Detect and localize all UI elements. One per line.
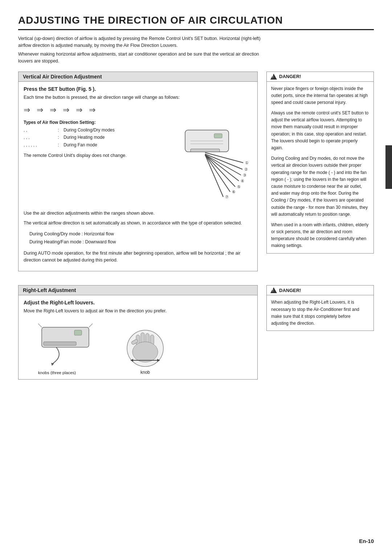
- louver-lines: ① ② ③ ④ ⑤ ⑥: [205, 153, 249, 199]
- louver-ac-svg: [38, 320, 111, 367]
- right-left-layout: Right-Left Adjustment Adjust the Right-L…: [18, 285, 374, 386]
- types-dots-1: , ,: [24, 126, 56, 134]
- intro-para-1: Vertical (up-down) direction of airflow …: [18, 35, 261, 49]
- svg-line-23: [89, 324, 93, 327]
- hand-knob-svg: [125, 328, 165, 368]
- remote-note: The remote Control Unit's display does n…: [24, 152, 174, 159]
- svg-text:④: ④: [241, 179, 244, 183]
- danger-content-2: When adjusting the Right-Left Louvers, i…: [267, 295, 373, 331]
- svg-line-22: [38, 324, 42, 327]
- rl-left-col: Right-Left Adjustment Adjust the Right-L…: [18, 285, 258, 386]
- danger-header-1: DANGER!: [267, 72, 373, 82]
- types-text-block: , , : During Cooling/Dry modes , , , : D…: [24, 126, 174, 162]
- ac-unit-diagram: ① ② ③ ④ ⑤ ⑥: [180, 126, 252, 206]
- types-diagram-area: , , : During Cooling/Dry modes , , , : D…: [24, 126, 252, 206]
- danger-header-2: DANGER!: [267, 285, 373, 295]
- arrow-6: ⇒: [89, 105, 95, 115]
- page-title: ADJUSTING THE DIRECTION OF AIR CIRCULATI…: [18, 15, 374, 30]
- arrow-icons-row: ⇒ ⇒ ⇒ ⇒ ⇒ ⇒: [24, 105, 252, 115]
- press-set-button-title: Press the SET button (Fig. 5 ).: [24, 86, 252, 92]
- danger-content-1: Never place fingers or foreign objects i…: [267, 82, 373, 253]
- svg-line-17: [205, 155, 223, 197]
- svg-text:②: ②: [244, 167, 248, 171]
- danger-block-1-2: During Cooling and Dry modes, do not mov…: [271, 155, 369, 218]
- types-row-2: , , , : During Heating mode: [24, 134, 174, 141]
- auto-note: During AUTO mode operation, for the firs…: [24, 250, 252, 264]
- svg-line-9: [205, 155, 241, 175]
- hand-knob-view: knob: [125, 328, 165, 375]
- danger-box-1: DANGER! Never place fingers or foreign o…: [266, 72, 374, 254]
- danger-label-2: DANGER!: [279, 288, 301, 293]
- direction-heating: During Heating/Fan mode : Downward flow: [29, 238, 252, 246]
- rl-subsection-title: Adjust the Right-Left louvers.: [24, 300, 252, 305]
- svg-line-11: [205, 155, 239, 181]
- direction-note: Use the air direction adjustments within…: [24, 210, 252, 217]
- types-table: , , : During Cooling/Dry modes , , , : D…: [24, 126, 174, 149]
- danger-block-1-1: Always use the remote control unit's SET…: [271, 110, 369, 151]
- svg-point-31: [132, 342, 158, 362]
- arrow-2: ⇒: [37, 105, 43, 115]
- svg-rect-4: [214, 134, 222, 138]
- svg-text:⑤: ⑤: [237, 185, 241, 189]
- types-label: Types of Air flow Direction Setting:: [24, 120, 252, 125]
- danger-block-1-0: Never place fingers or foreign objects i…: [271, 85, 369, 106]
- svg-line-15: [205, 155, 230, 192]
- ac-side-view: knobs (three places): [38, 320, 111, 375]
- types-row-3: , , , , , , : During Fan mode: [24, 141, 174, 149]
- page-number: En-10: [359, 538, 374, 544]
- svg-text:⑦: ⑦: [225, 195, 229, 199]
- direction-cooling: During Cooling/Dry mode : Horizontal flo…: [29, 230, 252, 238]
- direction-list: During Cooling/Dry mode : Horizontal flo…: [29, 230, 252, 246]
- sidebar-bar: [385, 145, 392, 189]
- svg-text:①: ①: [245, 161, 249, 165]
- intro-para-2: Whenever making horizontal airflow adjus…: [18, 51, 261, 65]
- rl-section-box: Right-Left Adjustment Adjust the Right-L…: [18, 285, 258, 379]
- types-row-1: , , : During Cooling/Dry modes: [24, 126, 174, 134]
- rl-section-content: Adjust the Right-Left louvers. Move the …: [19, 295, 257, 379]
- danger-block-1-3: When used in a room with infants, childr…: [271, 222, 369, 250]
- danger-block-2-0: When adjusting the Right-Left Louvers, i…: [271, 299, 369, 327]
- types-desc-3: During Fan mode: [64, 141, 97, 149]
- danger-label-1: DANGER!: [279, 74, 301, 79]
- ac-svg: ① ② ③ ④ ⑤ ⑥: [181, 126, 250, 206]
- vertical-note: The vertical airflow direction is set au…: [24, 220, 252, 227]
- vertical-section-box: Vertical Air Direction Adjustment Press …: [18, 72, 258, 272]
- intro-block: Vertical (up-down) direction of airflow …: [18, 35, 261, 65]
- types-dots-2: , , ,: [24, 134, 56, 141]
- vertical-section-content: Press the SET button (Fig. 5 ). Each tim…: [19, 82, 257, 271]
- louver-knobs-label: knobs (three places): [38, 370, 111, 375]
- arrow-3: ⇒: [50, 105, 56, 115]
- svg-rect-3: [191, 149, 220, 152]
- svg-rect-21: [74, 330, 82, 335]
- press-set-body: Each time the button is pressed, the air…: [24, 94, 252, 101]
- types-desc-2: During Heating mode: [64, 134, 105, 141]
- danger-box-2: DANGER! When adjusting the Right-Left Lo…: [266, 285, 374, 331]
- rl-right-col: DANGER! When adjusting the Right-Left Lo…: [266, 285, 374, 337]
- louver-diagram: knobs (three places): [24, 320, 252, 375]
- knob-label: knob: [140, 370, 150, 375]
- right-column: DANGER! Never place fingers or foreign o…: [266, 72, 374, 260]
- arrow-4: ⇒: [63, 105, 69, 115]
- svg-text:⑥: ⑥: [232, 190, 236, 194]
- danger-triangle-1: [270, 74, 277, 80]
- rl-section-header: Right-Left Adjustment: [19, 285, 257, 295]
- arrow-5: ⇒: [76, 105, 82, 115]
- main-layout: Vertical Air Direction Adjustment Press …: [18, 72, 374, 278]
- svg-text:③: ③: [243, 173, 246, 177]
- arrow-1: ⇒: [24, 105, 30, 115]
- left-column: Vertical Air Direction Adjustment Press …: [18, 72, 258, 278]
- vertical-section-header: Vertical Air Direction Adjustment: [19, 72, 257, 82]
- rl-body: Move the Right-Left louvers to adjust ai…: [24, 308, 252, 315]
- types-dots-3: , , , , , ,: [24, 141, 56, 149]
- types-desc-1: During Cooling/Dry modes: [64, 126, 115, 134]
- danger-triangle-2: [270, 287, 277, 293]
- svg-rect-20: [44, 342, 76, 345]
